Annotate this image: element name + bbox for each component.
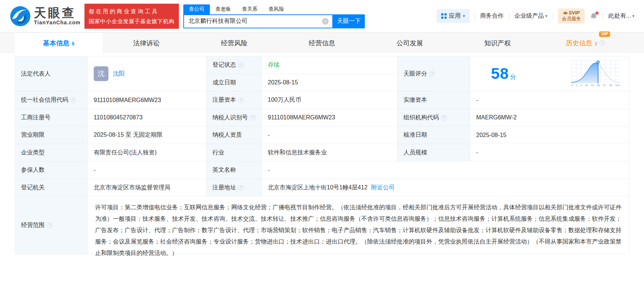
field-label-paid-capital: 实缴资本: [398, 91, 470, 109]
search-tabs: 查公司 查老板 查关系 查风险: [183, 4, 365, 14]
tick-label: 15: [585, 84, 588, 87]
divider: [509, 13, 509, 19]
search-tab-company[interactable]: 查公司: [183, 4, 210, 14]
field-value-score[interactable]: 58 分: [470, 56, 629, 91]
apps-menu[interactable]: 应用 ▾: [437, 9, 470, 23]
field-label-score: 天眼评分 ?: [398, 56, 470, 91]
field-label-establish-date: 成立日期: [207, 74, 262, 91]
field-label-company-type: 企业类型: [15, 144, 88, 161]
help-icon[interactable]: ?: [441, 115, 447, 120]
slogan-line2: 国家中小企业发展子基金旗下机构: [89, 16, 175, 26]
tick-label: 3: [580, 84, 582, 87]
curve-fill: [571, 63, 598, 83]
label-text: 参保人数: [21, 166, 45, 174]
value-text: -: [94, 167, 96, 174]
tab-history-info[interactable]: 历史信息 3 ? VIP: [541, 33, 629, 53]
nav-business-cooperation[interactable]: 商务合作: [480, 12, 504, 20]
label-text: 人员规模: [404, 149, 427, 157]
label-text: 纳税人识别号: [212, 114, 248, 122]
tab-count-badge: 5: [72, 39, 74, 46]
section-tabbar: 基本信息 5 法律诉讼 经营风险 经营信息 公司发展 知识产权 历史信息 3 ?…: [0, 32, 644, 53]
search-tab-risk[interactable]: 查风险: [263, 4, 290, 14]
tab-label: 经营风险: [221, 39, 247, 48]
value-text: 110108045270873: [94, 114, 142, 121]
nav-account-menu[interactable]: 此处有... ▾: [608, 12, 634, 20]
search-tab-relation[interactable]: 查关系: [236, 4, 263, 14]
tab-label: 历史信息: [566, 39, 592, 48]
value-text: 2025-08-15 至 无固定期限: [94, 131, 163, 139]
help-icon[interactable]: ?: [238, 97, 244, 103]
help-icon[interactable]: ?: [429, 71, 435, 77]
help-icon[interactable]: ?: [70, 97, 76, 103]
tab-intellectual-property[interactable]: 知识产权: [454, 33, 541, 53]
tianyancha-logo-icon: [10, 6, 31, 27]
label-text: 注册地址: [212, 184, 236, 192]
value-text: 91110108MAERG6MW23: [268, 114, 335, 121]
tab-basic-info[interactable]: 基本信息 5: [15, 33, 103, 53]
value-text: MAERG6MW-2: [476, 114, 517, 121]
svip-sublabel: 会员服务: [562, 15, 581, 22]
svip-label: SVIP: [569, 10, 580, 15]
legal-rep-link[interactable]: 沈阳: [113, 70, 125, 78]
top-bar: 天眼查 TianYanCha.com 都在用的商业查询工具 国家中小企业发展子基…: [0, 0, 644, 32]
search-input-wrap: ×: [183, 14, 333, 28]
tick-label: 97: [603, 84, 606, 87]
label-text: 企业类型: [21, 149, 45, 157]
value-text: 91110108MAERG6MW23: [94, 97, 161, 104]
label-text: 注册资本: [212, 96, 236, 104]
field-label-reg-address: 注册地址 ?: [207, 179, 262, 196]
tab-legal-proceedings[interactable]: 法律诉讼: [103, 33, 190, 53]
basic-info-table: 法定代表人 沈 沈阳 登记状态 ? 存续 成立日期 2025-08-15 天眼评…: [15, 56, 629, 254]
value-text: -: [268, 167, 270, 174]
value-text: 2025-08-15: [476, 132, 506, 139]
label-text: 统一社会信用代码: [21, 96, 68, 104]
label-text: 经营范围: [21, 221, 45, 229]
help-icon[interactable]: ?: [238, 62, 244, 68]
field-label-reg-capital: 注册资本 ?: [207, 91, 262, 109]
status-badge: 存续: [268, 61, 280, 69]
value-text: -: [268, 132, 270, 139]
tab-company-development[interactable]: 公司发展: [366, 33, 454, 53]
field-value-business-scope: 许可项目：第二类增值电信业务；互联网信息服务；网络文化经营；广播电视节目制作经营…: [88, 196, 629, 254]
nearby-companies-link[interactable]: 附近公司: [371, 184, 395, 192]
search-input[interactable]: [188, 18, 322, 25]
notifications-button[interactable]: [590, 12, 598, 20]
tab-operating-info[interactable]: 经营信息: [278, 33, 366, 53]
clear-icon[interactable]: ×: [322, 18, 329, 25]
svip-member-button[interactable]: SVIP 会员服务: [558, 8, 585, 24]
search-button[interactable]: 天眼一下: [333, 14, 365, 28]
value-text: 北京市海淀区上地十街10号1幢4层412: [268, 184, 367, 192]
value-text: 100万人民币: [268, 96, 301, 104]
label-text: 营业期限: [21, 131, 45, 139]
field-label-english-name: 英文名称: [207, 161, 262, 179]
field-value-industry: 软件和信息技术服务业: [262, 144, 398, 161]
field-label-taxpayer-id: 纳税人识别号 ?: [207, 109, 262, 126]
help-icon[interactable]: ?: [250, 115, 256, 120]
enterprise-label: 企业级产品: [515, 12, 544, 20]
field-label-legal-rep: 法定代表人: [15, 56, 88, 91]
tab-operating-risk[interactable]: 经营风险: [190, 33, 278, 53]
label-text: 实缴资本: [404, 96, 427, 104]
help-icon[interactable]: ?: [599, 40, 605, 46]
label-text: 成立日期: [212, 79, 236, 87]
field-value-reg-status: 存续: [262, 56, 398, 74]
help-icon[interactable]: ?: [238, 185, 244, 191]
field-value-insured-count: -: [88, 161, 207, 179]
search-tab-boss[interactable]: 查老板: [210, 4, 236, 14]
top-nav: 应用 ▾ 商务合作 企业级产品 ▾ SVIP 会员服务: [437, 8, 634, 24]
tab-label: 公司发展: [397, 39, 423, 48]
field-label-approval-date: 核准日期: [398, 126, 470, 144]
nav-enterprise-products[interactable]: 企业级产品 ▾: [515, 12, 548, 20]
chevron-down-icon: ▾: [463, 14, 465, 18]
chevron-down-icon: ▾: [546, 14, 548, 18]
account-label: 此处有...: [608, 12, 631, 20]
avatar[interactable]: 沈: [94, 66, 108, 81]
field-label-reg-no: 工商注册号: [15, 109, 88, 126]
field-value-staff-size: -: [470, 144, 629, 161]
field-value-taxpayer-id: 91110108MAERG6MW23: [262, 109, 398, 126]
logo[interactable]: 天眼查 TianYanCha.com: [10, 6, 81, 27]
field-value-taxpayer-quality: -: [262, 126, 398, 144]
field-value-english-name: -: [262, 161, 629, 179]
help-icon[interactable]: ?: [47, 223, 52, 228]
chevron-down-icon: ▾: [632, 14, 634, 18]
